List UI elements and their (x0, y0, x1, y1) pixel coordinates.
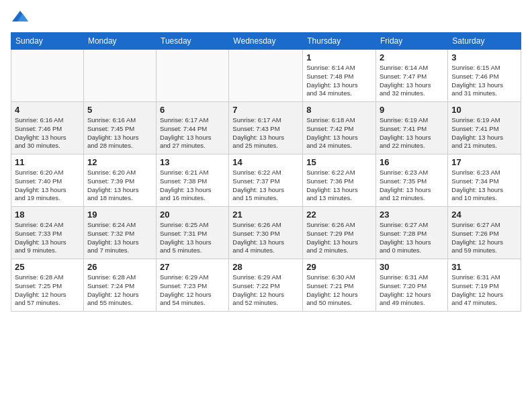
day-info: Sunrise: 6:22 AM Sunset: 7:36 PM Dayligh… (306, 169, 372, 203)
day-number: 26 (87, 262, 152, 272)
calendar-header-sunday: Sunday (11, 33, 84, 50)
day-number: 12 (87, 157, 152, 167)
day-info: Sunrise: 6:14 AM Sunset: 7:48 PM Dayligh… (306, 64, 372, 98)
day-number: 30 (380, 262, 444, 272)
calendar-day-cell: 30Sunrise: 6:31 AM Sunset: 7:20 PM Dayli… (375, 259, 447, 312)
calendar-day-cell: 20Sunrise: 6:25 AM Sunset: 7:31 PM Dayli… (157, 207, 229, 259)
calendar-day-cell: 23Sunrise: 6:27 AM Sunset: 7:28 PM Dayli… (375, 207, 447, 259)
calendar-day-cell: 13Sunrise: 6:21 AM Sunset: 7:38 PM Dayli… (157, 154, 229, 207)
calendar-header-wednesday: Wednesday (229, 33, 303, 50)
calendar-header-friday: Friday (375, 33, 447, 50)
calendar-day-cell: 21Sunrise: 6:26 AM Sunset: 7:30 PM Dayli… (229, 207, 303, 259)
calendar-day-cell: 2Sunrise: 6:14 AM Sunset: 7:47 PM Daylig… (375, 50, 447, 102)
calendar-day-cell: 4Sunrise: 6:16 AM Sunset: 7:46 PM Daylig… (11, 102, 84, 154)
day-info: Sunrise: 6:16 AM Sunset: 7:46 PM Dayligh… (15, 116, 80, 150)
day-number: 13 (160, 157, 225, 167)
calendar-day-cell: 5Sunrise: 6:16 AM Sunset: 7:45 PM Daylig… (83, 102, 156, 154)
calendar-day-cell (11, 50, 84, 102)
calendar-day-cell: 8Sunrise: 6:18 AM Sunset: 7:42 PM Daylig… (303, 102, 376, 154)
calendar-day-cell: 7Sunrise: 6:17 AM Sunset: 7:43 PM Daylig… (229, 102, 303, 154)
calendar-day-cell: 31Sunrise: 6:31 AM Sunset: 7:19 PM Dayli… (448, 259, 521, 312)
day-info: Sunrise: 6:17 AM Sunset: 7:43 PM Dayligh… (232, 116, 299, 150)
page-container: SundayMondayTuesdayWednesdayThursdayFrid… (0, 0, 532, 411)
day-info: Sunrise: 6:20 AM Sunset: 7:39 PM Dayligh… (87, 169, 152, 203)
calendar-header-thursday: Thursday (303, 33, 376, 50)
calendar-header-row: SundayMondayTuesdayWednesdayThursdayFrid… (11, 33, 521, 50)
calendar-week-row: 18Sunrise: 6:24 AM Sunset: 7:33 PM Dayli… (11, 207, 521, 259)
calendar-day-cell: 10Sunrise: 6:19 AM Sunset: 7:41 PM Dayli… (448, 102, 521, 154)
calendar-day-cell: 17Sunrise: 6:23 AM Sunset: 7:34 PM Dayli… (448, 154, 521, 207)
day-number: 4 (15, 105, 80, 115)
calendar-day-cell: 22Sunrise: 6:26 AM Sunset: 7:29 PM Dayli… (303, 207, 376, 259)
day-info: Sunrise: 6:25 AM Sunset: 7:31 PM Dayligh… (160, 221, 225, 255)
calendar-day-cell: 29Sunrise: 6:30 AM Sunset: 7:21 PM Dayli… (303, 259, 376, 312)
calendar-day-cell: 6Sunrise: 6:17 AM Sunset: 7:44 PM Daylig… (157, 102, 229, 154)
calendar-day-cell: 27Sunrise: 6:29 AM Sunset: 7:23 PM Dayli… (157, 259, 229, 312)
calendar-week-row: 11Sunrise: 6:20 AM Sunset: 7:40 PM Dayli… (11, 154, 521, 207)
day-info: Sunrise: 6:23 AM Sunset: 7:35 PM Dayligh… (380, 169, 444, 203)
day-number: 16 (380, 157, 444, 167)
day-info: Sunrise: 6:27 AM Sunset: 7:26 PM Dayligh… (451, 221, 517, 255)
day-number: 5 (87, 105, 152, 115)
day-info: Sunrise: 6:28 AM Sunset: 7:24 PM Dayligh… (87, 273, 152, 308)
calendar-day-cell: 19Sunrise: 6:24 AM Sunset: 7:32 PM Dayli… (83, 207, 156, 259)
day-number: 22 (306, 210, 372, 220)
calendar-day-cell (83, 50, 156, 102)
day-number: 25 (15, 262, 80, 272)
day-info: Sunrise: 6:21 AM Sunset: 7:38 PM Dayligh… (160, 169, 225, 203)
day-info: Sunrise: 6:15 AM Sunset: 7:46 PM Dayligh… (451, 64, 517, 98)
header (11, 8, 521, 27)
day-number: 9 (380, 105, 444, 115)
day-number: 19 (87, 210, 152, 220)
day-info: Sunrise: 6:19 AM Sunset: 7:41 PM Dayligh… (451, 116, 517, 150)
logo (11, 8, 32, 27)
day-number: 7 (232, 105, 299, 115)
day-number: 8 (306, 105, 372, 115)
calendar-day-cell: 12Sunrise: 6:20 AM Sunset: 7:39 PM Dayli… (83, 154, 156, 207)
day-info: Sunrise: 6:22 AM Sunset: 7:37 PM Dayligh… (232, 169, 299, 203)
logo-icon (11, 8, 30, 27)
calendar-header-saturday: Saturday (448, 33, 521, 50)
calendar-header-monday: Monday (83, 33, 156, 50)
calendar-day-cell (157, 50, 229, 102)
calendar-day-cell: 14Sunrise: 6:22 AM Sunset: 7:37 PM Dayli… (229, 154, 303, 207)
day-info: Sunrise: 6:18 AM Sunset: 7:42 PM Dayligh… (306, 116, 372, 150)
day-info: Sunrise: 6:14 AM Sunset: 7:47 PM Dayligh… (380, 64, 444, 98)
day-info: Sunrise: 6:20 AM Sunset: 7:40 PM Dayligh… (15, 169, 80, 203)
day-info: Sunrise: 6:27 AM Sunset: 7:28 PM Dayligh… (380, 221, 444, 255)
day-number: 6 (160, 105, 225, 115)
calendar-week-row: 4Sunrise: 6:16 AM Sunset: 7:46 PM Daylig… (11, 102, 521, 154)
day-number: 27 (160, 262, 225, 272)
day-info: Sunrise: 6:19 AM Sunset: 7:41 PM Dayligh… (380, 116, 444, 150)
calendar-day-cell: 25Sunrise: 6:28 AM Sunset: 7:25 PM Dayli… (11, 259, 84, 312)
day-number: 2 (380, 52, 444, 62)
day-info: Sunrise: 6:31 AM Sunset: 7:19 PM Dayligh… (451, 273, 517, 308)
day-number: 10 (451, 105, 517, 115)
calendar-day-cell: 11Sunrise: 6:20 AM Sunset: 7:40 PM Dayli… (11, 154, 84, 207)
calendar-day-cell: 18Sunrise: 6:24 AM Sunset: 7:33 PM Dayli… (11, 207, 84, 259)
day-info: Sunrise: 6:16 AM Sunset: 7:45 PM Dayligh… (87, 116, 152, 150)
day-info: Sunrise: 6:31 AM Sunset: 7:20 PM Dayligh… (380, 273, 444, 308)
day-number: 15 (306, 157, 372, 167)
day-number: 29 (306, 262, 372, 272)
calendar-day-cell: 24Sunrise: 6:27 AM Sunset: 7:26 PM Dayli… (448, 207, 521, 259)
calendar-day-cell: 15Sunrise: 6:22 AM Sunset: 7:36 PM Dayli… (303, 154, 376, 207)
day-info: Sunrise: 6:28 AM Sunset: 7:25 PM Dayligh… (15, 273, 80, 308)
day-info: Sunrise: 6:17 AM Sunset: 7:44 PM Dayligh… (160, 116, 225, 150)
calendar-day-cell: 9Sunrise: 6:19 AM Sunset: 7:41 PM Daylig… (375, 102, 447, 154)
calendar-week-row: 1Sunrise: 6:14 AM Sunset: 7:48 PM Daylig… (11, 50, 521, 102)
day-number: 28 (232, 262, 299, 272)
calendar-table: SundayMondayTuesdayWednesdayThursdayFrid… (11, 32, 521, 312)
calendar-day-cell: 28Sunrise: 6:29 AM Sunset: 7:22 PM Dayli… (229, 259, 303, 312)
calendar-day-cell (229, 50, 303, 102)
day-number: 1 (306, 52, 372, 62)
calendar-header-tuesday: Tuesday (157, 33, 229, 50)
calendar-week-row: 25Sunrise: 6:28 AM Sunset: 7:25 PM Dayli… (11, 259, 521, 312)
day-info: Sunrise: 6:24 AM Sunset: 7:32 PM Dayligh… (87, 221, 152, 255)
calendar-day-cell: 1Sunrise: 6:14 AM Sunset: 7:48 PM Daylig… (303, 50, 376, 102)
day-number: 21 (232, 210, 299, 220)
calendar-day-cell: 3Sunrise: 6:15 AM Sunset: 7:46 PM Daylig… (448, 50, 521, 102)
day-number: 24 (451, 210, 517, 220)
day-info: Sunrise: 6:23 AM Sunset: 7:34 PM Dayligh… (451, 169, 517, 203)
day-number: 17 (451, 157, 517, 167)
